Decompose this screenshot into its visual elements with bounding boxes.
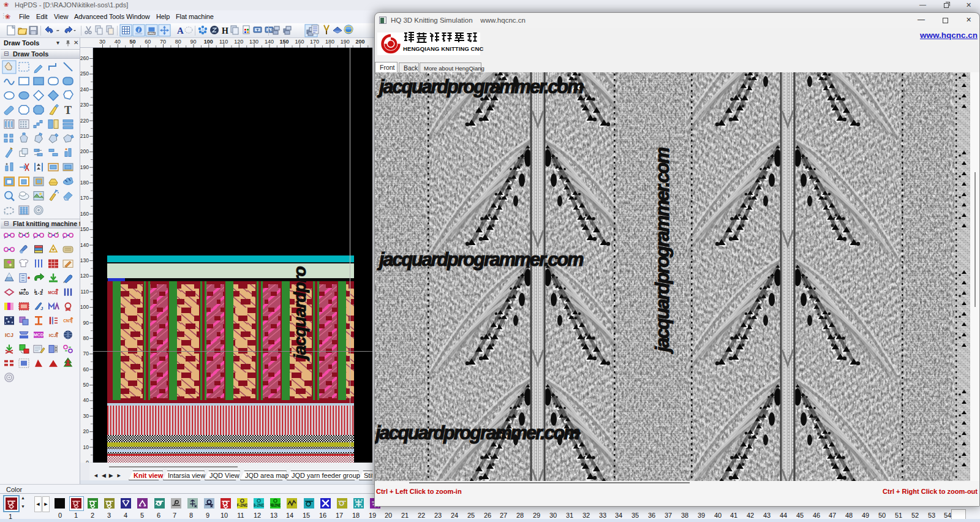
svg-text:170: 170 bbox=[80, 195, 89, 201]
svg-text:80: 80 bbox=[83, 335, 89, 341]
svg-text:90: 90 bbox=[190, 39, 197, 45]
svg-text:40: 40 bbox=[115, 39, 121, 45]
svg-text:jacquardprogrammer.com: jacquardprogrammer.com bbox=[377, 76, 583, 97]
svg-text:ICJ: ICJ bbox=[5, 332, 13, 338]
svg-text:180: 180 bbox=[325, 39, 334, 45]
svg-text:jacquardprogrammer.com: jacquardprogrammer.com bbox=[377, 249, 583, 270]
svg-text:230: 230 bbox=[80, 102, 89, 108]
svg-text:150: 150 bbox=[80, 226, 89, 232]
svg-text:F-2ND: F-2ND bbox=[237, 503, 247, 507]
svg-text:20: 20 bbox=[83, 428, 89, 434]
svg-text:CNT: CNT bbox=[63, 319, 71, 323]
svg-text:200: 200 bbox=[80, 148, 89, 154]
svg-text:40: 40 bbox=[83, 397, 89, 403]
svg-text:100: 100 bbox=[204, 39, 213, 45]
svg-text:0: 0 bbox=[86, 460, 89, 463]
svg-text:1-1: 1-1 bbox=[34, 290, 42, 296]
svg-text:250: 250 bbox=[80, 70, 89, 77]
svg-text:jacquardpro: jacquardpro bbox=[290, 266, 309, 361]
svg-text:240: 240 bbox=[80, 86, 89, 93]
svg-text:B-2ND: B-2ND bbox=[254, 503, 264, 507]
svg-text:190: 190 bbox=[341, 39, 350, 45]
svg-text:jacquardprogrammer.com: jacquardprogrammer.com bbox=[375, 422, 579, 444]
svg-text:120: 120 bbox=[234, 39, 243, 45]
svg-text:200: 200 bbox=[355, 39, 364, 45]
svg-text:T: T bbox=[64, 104, 72, 116]
svg-text:80: 80 bbox=[175, 39, 181, 45]
svg-text:180: 180 bbox=[80, 180, 89, 186]
svg-text:ICON: ICON bbox=[148, 32, 155, 35]
svg-text:110: 110 bbox=[219, 39, 228, 45]
svg-text:A: A bbox=[177, 26, 184, 36]
svg-text:MCD: MCD bbox=[48, 290, 58, 295]
svg-text:30: 30 bbox=[99, 39, 105, 45]
svg-text:130: 130 bbox=[249, 39, 258, 45]
svg-text:130: 130 bbox=[80, 257, 89, 263]
svg-text:10: 10 bbox=[83, 444, 89, 450]
svg-text:MCD: MCD bbox=[34, 333, 43, 337]
svg-text:140: 140 bbox=[265, 39, 274, 45]
svg-text:60: 60 bbox=[145, 39, 151, 45]
svg-text:H: H bbox=[222, 26, 228, 36]
svg-text:160: 160 bbox=[295, 39, 304, 45]
svg-text:MCD: MCD bbox=[19, 291, 29, 295]
svg-text:30: 30 bbox=[83, 413, 89, 419]
svg-text:150: 150 bbox=[280, 39, 289, 45]
svg-text:170: 170 bbox=[310, 39, 319, 45]
svg-text:ICJ: ICJ bbox=[49, 333, 56, 338]
svg-text:70: 70 bbox=[160, 39, 166, 45]
svg-text:260: 260 bbox=[80, 55, 89, 61]
svg-text:50: 50 bbox=[129, 39, 135, 45]
svg-text:jacquardprogrammer.com: jacquardprogrammer.com bbox=[652, 148, 673, 354]
svg-text:190: 190 bbox=[80, 164, 89, 170]
svg-text:60: 60 bbox=[83, 366, 89, 373]
svg-text:FB2ND: FB2ND bbox=[270, 503, 281, 507]
svg-text:110: 110 bbox=[80, 289, 89, 295]
svg-text:70: 70 bbox=[83, 350, 89, 357]
svg-text:220: 220 bbox=[80, 118, 89, 124]
svg-text:120: 120 bbox=[80, 273, 89, 279]
svg-text:90: 90 bbox=[83, 320, 89, 326]
svg-text:210: 210 bbox=[80, 133, 89, 139]
svg-text:J: J bbox=[40, 306, 43, 311]
svg-text:160: 160 bbox=[80, 211, 89, 217]
svg-text:50: 50 bbox=[83, 382, 89, 388]
svg-text:140: 140 bbox=[80, 242, 89, 248]
svg-text:100: 100 bbox=[80, 304, 89, 310]
